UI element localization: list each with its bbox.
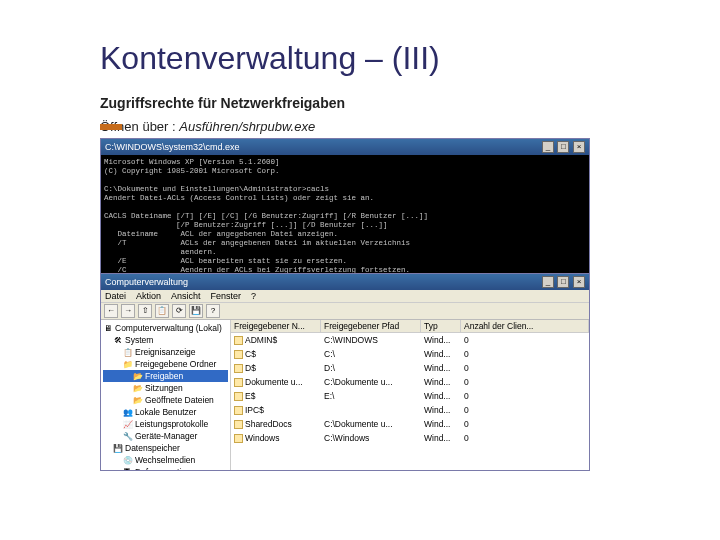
cell: Wind... [421,403,461,417]
tree-item[interactable]: 📂Freigaben [103,370,228,382]
cell: ADMIN$ [231,333,321,347]
table-row[interactable]: E$E:\Wind...0 [231,389,589,403]
cell: Wind... [421,417,461,431]
table-row[interactable]: WindowsC:\WindowsWind...0 [231,431,589,445]
properties-button[interactable]: 📋 [155,304,169,318]
cell: C:\Windows [321,431,421,445]
col-header[interactable]: Anzahl der Clien... [461,320,589,332]
tree-label: Sitzungen [145,382,183,394]
cell: E:\ [321,389,421,403]
tree-item[interactable]: 🔧Geräte-Manager [103,430,228,442]
cmd-output: Microsoft Windows XP [Version 5.1.2600] … [101,155,589,273]
table-row[interactable]: SharedDocsC:\Dokumente u...Wind...0 [231,417,589,431]
tree-item[interactable]: 📁Freigegebene Ordner [103,358,228,370]
maximize-button[interactable]: □ [557,276,569,288]
cell: Wind... [421,375,461,389]
share-icon [234,378,243,387]
cell: D:\ [321,361,421,375]
refresh-button[interactable]: ⟳ [172,304,186,318]
tree-label: Datenspeicher [125,442,180,454]
up-button[interactable]: ⇧ [138,304,152,318]
cell: Wind... [421,333,461,347]
tree-root[interactable]: 🖥 Computerverwaltung (Lokal) [103,322,228,334]
folder-icon: 🛠 [113,335,123,345]
folder-icon: 🔧 [123,431,133,441]
tree-item[interactable]: 🛠System [103,334,228,346]
forward-button[interactable]: → [121,304,135,318]
mgmt-window: Computerverwaltung _ □ × Datei Aktion An… [100,273,590,471]
tree-panel: 🖥 Computerverwaltung (Lokal) 🛠System📋Ere… [101,320,231,470]
tree-label: Ereignisanzeige [135,346,195,358]
cell: E$ [231,389,321,403]
col-header[interactable]: Freigegebener N... [231,320,321,332]
mgmt-title-text: Computerverwaltung [105,277,188,287]
tree-item[interactable]: 📂Geöffnete Dateien [103,394,228,406]
folder-icon: 📂 [133,371,143,381]
menu-item[interactable]: Fenster [211,291,242,301]
cell: D$ [231,361,321,375]
slide-subtitle: Zugriffsrechte für Netzwerkfreigaben [100,95,720,111]
cell: 0 [461,347,589,361]
folder-icon: 📋 [123,347,133,357]
export-button[interactable]: 💾 [189,304,203,318]
computer-icon: 🖥 [103,323,113,333]
table-row[interactable]: ADMIN$C:\WINDOWSWind...0 [231,333,589,347]
tree-item[interactable]: 📈Leistungsprotokolle [103,418,228,430]
share-icon [234,420,243,429]
cell: Wind... [421,347,461,361]
table-row[interactable]: IPC$Wind...0 [231,403,589,417]
tree-label: Freigaben [145,370,183,382]
cell: Dokumente u... [231,375,321,389]
tree-item[interactable]: 👥Lokale Benutzer [103,406,228,418]
col-header[interactable]: Freigegebener Pfad [321,320,421,332]
maximize-button[interactable]: □ [557,141,569,153]
cell: 0 [461,375,589,389]
minimize-button[interactable]: _ [542,276,554,288]
cell: 0 [461,417,589,431]
tree-item[interactable]: 💿Wechselmedien [103,454,228,466]
menu-item[interactable]: Aktion [136,291,161,301]
close-button[interactable]: × [573,141,585,153]
menu-bar: Datei Aktion Ansicht Fenster ? [101,290,589,303]
table-row[interactable]: D$D:\Wind...0 [231,361,589,375]
share-icon [234,434,243,443]
cell: Wind... [421,361,461,375]
menu-item[interactable]: Datei [105,291,126,301]
cell: C$ [231,347,321,361]
tree-label: Geöffnete Dateien [145,394,214,406]
minimize-button[interactable]: _ [542,141,554,153]
cell: SharedDocs [231,417,321,431]
tree-label: Freigegebene Ordner [135,358,216,370]
help-button[interactable]: ? [206,304,220,318]
tree-item[interactable]: 📋Ereignisanzeige [103,346,228,358]
tree-label: Geräte-Manager [135,430,197,442]
folder-icon: 💿 [123,455,133,465]
menu-item[interactable]: Ansicht [171,291,201,301]
share-icon [234,406,243,415]
cell: 0 [461,361,589,375]
slide-title: Kontenverwaltung – (III) [100,40,720,77]
cmd-titlebar[interactable]: C:\WINDOWS\system32\cmd.exe _ □ × [101,139,589,155]
cell: C:\ [321,347,421,361]
accent-bar [100,124,122,130]
tree-label: System [125,334,153,346]
folder-icon: 📂 [133,395,143,405]
cell: Wind... [421,431,461,445]
cell: 0 [461,403,589,417]
tree-label: Defragmentierung [135,466,203,470]
mgmt-titlebar[interactable]: Computerverwaltung _ □ × [101,274,589,290]
tree-item[interactable]: 🗜Defragmentierung [103,466,228,470]
tree-item[interactable]: 📂Sitzungen [103,382,228,394]
close-button[interactable]: × [573,276,585,288]
share-icon [234,336,243,345]
back-button[interactable]: ← [104,304,118,318]
table-row[interactable]: Dokumente u...C:\Dokumente u...Wind...0 [231,375,589,389]
cell: 0 [461,389,589,403]
tree-item[interactable]: 💾Datenspeicher [103,442,228,454]
col-header[interactable]: Typ [421,320,461,332]
cell: IPC$ [231,403,321,417]
table-row[interactable]: C$C:\Wind...0 [231,347,589,361]
menu-item[interactable]: ? [251,291,256,301]
tree-label: Lokale Benutzer [135,406,196,418]
list-header: Freigegebener N... Freigegebener Pfad Ty… [231,320,589,333]
